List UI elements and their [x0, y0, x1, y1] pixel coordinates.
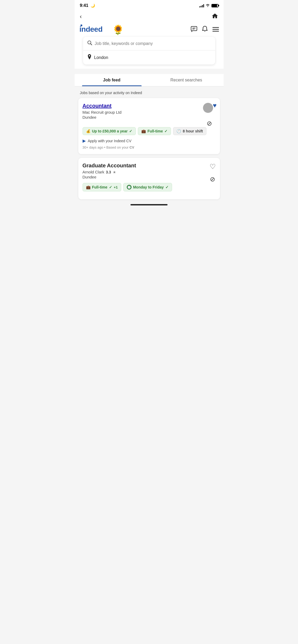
- avatar-1: [203, 103, 213, 113]
- shift-text: 8 hour shift: [183, 129, 203, 133]
- briefcase-icon: 💼: [141, 129, 146, 133]
- location-row[interactable]: London: [83, 50, 215, 65]
- fulltime-check-icon-1: ✓: [164, 129, 168, 133]
- apply-arrow-icon: ▶: [83, 138, 86, 143]
- moon-icon: 🌙: [91, 3, 95, 8]
- location-text: London: [94, 55, 108, 60]
- status-time: 9:41: [80, 3, 88, 8]
- job-company-1: Mac Recruit group Ltd: [83, 110, 122, 114]
- svg-text:indeed: indeed: [79, 25, 102, 33]
- chat-icon[interactable]: [191, 26, 197, 34]
- home-indicator: [130, 204, 168, 205]
- header-icons: [191, 26, 219, 34]
- company-row-2: Arnold Clark 3.3 ★: [83, 170, 136, 174]
- indeed-logo: indeed: [79, 24, 109, 36]
- job-title-1[interactable]: Accountant: [83, 103, 122, 109]
- svg-line-9: [91, 44, 92, 45]
- star-icon-2: ★: [113, 170, 116, 174]
- like-area-1: ♥: [203, 103, 216, 116]
- menu-icon[interactable]: [213, 26, 219, 33]
- badge-shift-1: 🕐 8 hour shift: [173, 127, 206, 135]
- bell-icon[interactable]: [202, 26, 208, 34]
- company-rating-2: 3.3: [106, 170, 111, 174]
- battery-icon: [211, 4, 218, 7]
- job-card-2[interactable]: Graduate Accountant Arnold Clark 3.3 ★ D…: [78, 158, 220, 199]
- svg-point-10: [89, 55, 90, 57]
- apply-text-1: Apply with your Indeed CV: [88, 139, 132, 143]
- search-icon: [87, 40, 92, 47]
- apply-row-1[interactable]: ▶ Apply with your Indeed CV: [83, 138, 216, 143]
- salary-check-icon: ✓: [129, 129, 132, 133]
- back-button[interactable]: ‹: [80, 13, 82, 20]
- briefcase-icon-2: 💼: [86, 185, 91, 189]
- job-card-1-header: Accountant Mac Recruit group Ltd Dundee …: [83, 103, 216, 127]
- status-icons: [199, 3, 218, 8]
- tabs: Job feed Recent searches: [75, 74, 224, 86]
- fulltime-check-icon-2: ✓: [109, 185, 112, 189]
- schedule-check-icon: ✓: [165, 185, 169, 189]
- job-card-1[interactable]: Accountant Mac Recruit group Ltd Dundee …: [78, 98, 220, 154]
- status-bar: 9:41 🌙: [75, 0, 224, 10]
- extra-badge-count: +1: [114, 185, 118, 189]
- app-header: indeed 🌻: [75, 22, 224, 37]
- not-interested-icon-1[interactable]: ⊘: [207, 120, 212, 127]
- heart-filled-icon-1[interactable]: ♥: [213, 102, 216, 109]
- job-location-1: Dundee: [83, 115, 122, 119]
- job-card-1-actions: ♥ ⊘: [203, 103, 216, 127]
- sunflower-emoji: 🌻: [112, 24, 124, 35]
- fulltime-text-2: Full-time: [92, 185, 107, 189]
- fulltime-text-1: Full-time: [147, 129, 163, 133]
- clock-icon-1: 🕐: [177, 129, 181, 133]
- job-card-2-actions: ♡ ⊘: [210, 163, 216, 183]
- job-meta-1: 30+ days ago • Based on your CV: [83, 145, 216, 149]
- tab-job-feed[interactable]: Job feed: [75, 74, 149, 86]
- badge-fulltime-1: 💼 Full-time ✓: [138, 127, 171, 135]
- location-pin-icon: [87, 54, 92, 61]
- job-title-2[interactable]: Graduate Accountant: [83, 163, 136, 169]
- job-card-2-info: Graduate Accountant Arnold Clark 3.3 ★ D…: [83, 163, 136, 182]
- search-row[interactable]: [83, 37, 215, 50]
- feed-description: Jobs based on your activity on Indeed: [75, 86, 224, 98]
- signal-bars-icon: [199, 4, 204, 7]
- company-name-2: Arnold Clark: [83, 170, 105, 174]
- badge-fulltime-2: 💼 Full-time ✓ +1: [83, 183, 121, 191]
- home-button[interactable]: [211, 13, 218, 21]
- status-time-section: 9:41 🌙: [80, 3, 95, 8]
- job-location-2: Dundee: [83, 175, 136, 179]
- not-interested-icon-2[interactable]: ⊘: [210, 176, 215, 183]
- nav-bar: ‹: [75, 10, 224, 22]
- money-icon: 💰: [86, 129, 91, 133]
- salary-text: Up to £50,000 a year: [92, 129, 128, 133]
- svg-point-1: [80, 25, 82, 26]
- heart-outline-icon-2[interactable]: ♡: [210, 163, 216, 171]
- wifi-icon: [206, 3, 210, 8]
- job-card-1-info: Accountant Mac Recruit group Ltd Dundee: [83, 103, 122, 123]
- clock-icon-2: 🕐: [127, 185, 132, 190]
- tab-recent-searches[interactable]: Recent searches: [149, 74, 224, 86]
- badge-salary-1: 💰 Up to £50,000 a year ✓: [83, 127, 136, 135]
- svg-rect-2: [191, 26, 197, 31]
- search-input[interactable]: [95, 41, 211, 46]
- job-badges-2: 💼 Full-time ✓ +1 🕐 Monday to Friday ✓: [83, 183, 216, 191]
- job-card-2-header: Graduate Accountant Arnold Clark 3.3 ★ D…: [83, 163, 216, 183]
- job-badges-1: 💰 Up to £50,000 a year ✓ 💼 Full-time ✓ 🕐…: [83, 127, 216, 135]
- search-container: London: [83, 37, 215, 65]
- badge-schedule-2: 🕐 Monday to Friday ✓: [123, 183, 172, 191]
- schedule-text: Monday to Friday: [133, 185, 164, 189]
